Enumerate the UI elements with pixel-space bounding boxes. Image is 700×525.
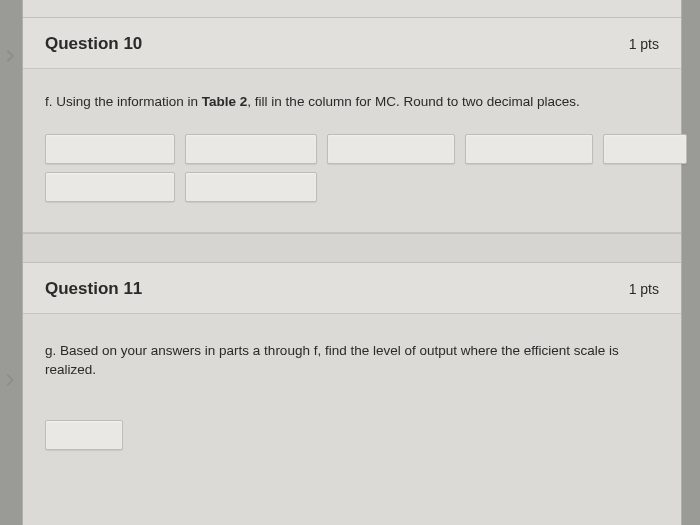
mc-input-6[interactable] bbox=[45, 172, 175, 202]
question-11-body: g. Based on your answers in parts a thro… bbox=[23, 314, 681, 468]
answer-row-2 bbox=[45, 172, 659, 202]
chevron-right-icon bbox=[3, 373, 17, 387]
expand-toggle-q10[interactable] bbox=[2, 48, 18, 64]
mc-input-3[interactable] bbox=[327, 134, 455, 164]
answer-row-1 bbox=[45, 134, 659, 164]
question-10-header: Question 10 1 pts bbox=[23, 18, 681, 69]
question-10-title: Question 10 bbox=[45, 34, 142, 54]
prompt-text-suffix: , fill in the column for MC. Round to tw… bbox=[247, 94, 579, 109]
question-11-header: Question 11 1 pts bbox=[23, 263, 681, 314]
question-gap bbox=[23, 233, 681, 263]
prompt-text-prefix: f. Using the information in bbox=[45, 94, 202, 109]
expand-toggle-q11[interactable] bbox=[2, 372, 18, 388]
question-10-points: 1 pts bbox=[629, 36, 659, 52]
prompt-table-ref: Table 2 bbox=[202, 94, 248, 109]
mc-input-1[interactable] bbox=[45, 134, 175, 164]
mc-input-4[interactable] bbox=[465, 134, 593, 164]
previous-question-edge bbox=[23, 0, 681, 18]
question-11-title: Question 11 bbox=[45, 279, 142, 299]
question-10-body: f. Using the information in Table 2, fil… bbox=[23, 69, 681, 233]
mc-input-7[interactable] bbox=[185, 172, 317, 202]
mc-input-5[interactable] bbox=[603, 134, 687, 164]
efficient-scale-input[interactable] bbox=[45, 420, 123, 450]
mc-input-2[interactable] bbox=[185, 134, 317, 164]
question-11-prompt: g. Based on your answers in parts a thro… bbox=[45, 342, 659, 380]
question-11-points: 1 pts bbox=[629, 281, 659, 297]
quiz-panel: Question 10 1 pts f. Using the informati… bbox=[22, 0, 682, 525]
chevron-right-icon bbox=[3, 49, 17, 63]
question-10-prompt: f. Using the information in Table 2, fil… bbox=[45, 93, 659, 112]
